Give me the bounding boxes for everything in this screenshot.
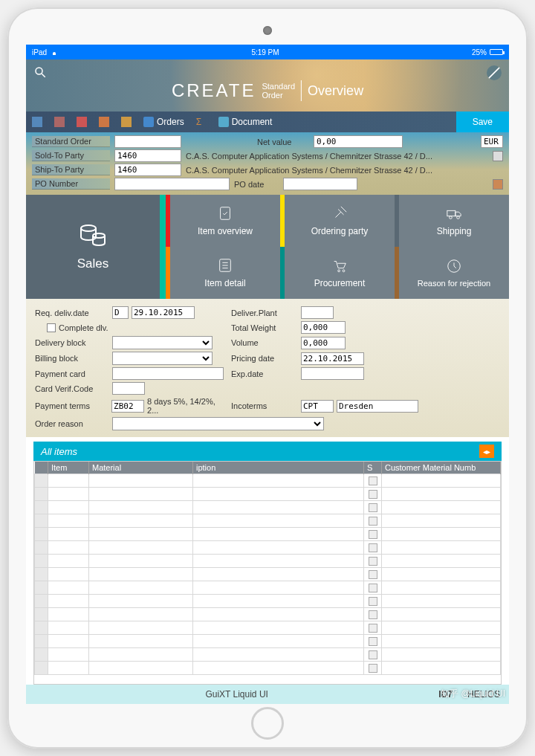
row-checkbox[interactable] <box>369 664 377 673</box>
col-description[interactable]: iption <box>193 462 364 474</box>
standard-order-input[interactable] <box>114 135 181 148</box>
exp-date-input[interactable] <box>301 367 364 380</box>
pricing-date-input[interactable] <box>301 352 364 365</box>
total-weight-input[interactable] <box>301 321 346 334</box>
watermark: 知乎 @Liquid UI <box>441 688 505 700</box>
row-checkbox[interactable] <box>369 490 377 499</box>
table-row[interactable] <box>35 488 501 501</box>
toolbar-orders[interactable]: Orders <box>137 112 190 132</box>
table-row[interactable] <box>35 662 501 675</box>
expand-handle-icon[interactable]: ◂▸ <box>479 445 494 458</box>
col-customer-material[interactable]: Customer Material Numb <box>382 462 501 474</box>
card-verif-input[interactable] <box>112 382 145 395</box>
title-divider <box>301 80 302 101</box>
table-row[interactable] <box>35 595 501 608</box>
svg-point-6 <box>450 216 453 219</box>
order-reason-select[interactable] <box>112 417 324 430</box>
row-checkbox[interactable] <box>369 610 377 619</box>
toolbar-icon-2[interactable] <box>48 112 71 132</box>
col-select[interactable] <box>35 462 48 474</box>
svg-rect-5 <box>447 210 455 216</box>
row-checkbox[interactable] <box>369 543 377 552</box>
tile-procurement[interactable]: Procurement <box>280 247 395 299</box>
toolbar-sigma-icon[interactable]: Σ <box>190 112 213 132</box>
svg-rect-4 <box>221 207 230 220</box>
battery-icon <box>490 49 503 55</box>
payment-terms-input[interactable] <box>111 400 144 413</box>
req-deliv-date-input[interactable] <box>132 306 195 319</box>
payment-card-label: Payment card <box>35 369 109 378</box>
req-deliv-type-input[interactable] <box>112 306 129 319</box>
tile-ordering-party[interactable]: Ordering party <box>280 195 395 247</box>
row-checkbox[interactable] <box>369 517 377 526</box>
settings-icon[interactable] <box>487 65 502 80</box>
delivery-block-select[interactable] <box>112 336 213 349</box>
ship-to-input[interactable] <box>114 164 181 176</box>
toolbar-icon-4[interactable] <box>93 112 115 132</box>
row-checkbox[interactable] <box>369 637 377 646</box>
svg-line-1 <box>42 74 45 77</box>
toolbar-icon-1[interactable] <box>26 112 48 132</box>
accent-bar <box>160 195 166 299</box>
table-row[interactable] <box>35 621 501 635</box>
save-button[interactable]: Save <box>456 112 509 132</box>
table-row[interactable] <box>35 555 501 568</box>
billing-block-select[interactable] <box>112 352 213 365</box>
payment-card-input[interactable] <box>112 367 224 380</box>
po-date-label: PO date <box>234 180 279 189</box>
toolbar-document[interactable]: Document <box>213 112 279 132</box>
col-material[interactable]: Material <box>89 462 193 474</box>
incoterms-place-input[interactable] <box>337 400 418 413</box>
table-row[interactable] <box>35 581 501 595</box>
row-checkbox[interactable] <box>369 570 377 579</box>
screen: iPad 5:19 PM 25% CREATE Standard Order <box>26 45 509 704</box>
row-checkbox[interactable] <box>369 597 377 606</box>
sold-to-detail-icon[interactable] <box>493 151 503 161</box>
currency-input[interactable] <box>481 135 503 148</box>
row-checkbox[interactable] <box>369 476 377 485</box>
table-row[interactable] <box>35 635 501 648</box>
row-checkbox[interactable] <box>369 584 377 592</box>
row-checkbox[interactable] <box>369 557 377 566</box>
table-row[interactable] <box>35 608 501 621</box>
tile-item-overview[interactable]: Item overview <box>166 195 280 247</box>
volume-input[interactable] <box>301 337 346 349</box>
tile-item-detail[interactable]: Item detail <box>166 247 280 299</box>
items-table: Item Material iption S Customer Material… <box>33 461 502 685</box>
all-items-header: All items ◂▸ <box>33 442 502 461</box>
tile-shipping[interactable]: Shipping <box>395 195 509 247</box>
incoterms-code-input[interactable] <box>301 400 334 413</box>
table-row[interactable] <box>35 568 501 581</box>
payment-terms-label: Payment terms <box>35 401 108 410</box>
tile-sales[interactable]: Sales <box>26 195 160 299</box>
po-person-icon[interactable] <box>493 179 503 190</box>
table-row[interactable] <box>35 474 501 488</box>
toolbar-icon-5[interactable] <box>115 112 137 132</box>
col-item[interactable]: Item <box>48 462 89 474</box>
complete-dlv-checkbox[interactable] <box>47 323 56 332</box>
tile-reason-rejection[interactable]: Reason for rejection <box>395 247 509 299</box>
sold-to-input[interactable] <box>114 149 181 162</box>
po-number-input[interactable] <box>114 178 230 190</box>
svg-point-2 <box>81 225 96 231</box>
standard-order-label: Standard Order <box>32 136 110 147</box>
table-row[interactable] <box>35 514 501 528</box>
table-row[interactable] <box>35 528 501 541</box>
toolbar-icon-3[interactable] <box>71 112 93 132</box>
table-row[interactable] <box>35 501 501 514</box>
deliver-plant-input[interactable] <box>301 306 334 319</box>
home-button[interactable] <box>251 707 284 740</box>
search-icon[interactable] <box>33 65 47 79</box>
list-icon <box>217 257 233 274</box>
payment-terms-text: 8 days 5%, 14/2%, 2... <box>147 397 228 415</box>
table-row[interactable] <box>35 541 501 555</box>
exp-date-label: Exp.date <box>231 369 298 378</box>
po-date-input[interactable] <box>283 178 357 190</box>
col-s[interactable]: S <box>364 462 382 474</box>
row-checkbox[interactable] <box>369 624 377 633</box>
net-value-input[interactable] <box>314 135 403 148</box>
table-row[interactable] <box>35 648 501 662</box>
row-checkbox[interactable] <box>369 650 377 659</box>
row-checkbox[interactable] <box>369 530 377 539</box>
row-checkbox[interactable] <box>369 503 377 512</box>
